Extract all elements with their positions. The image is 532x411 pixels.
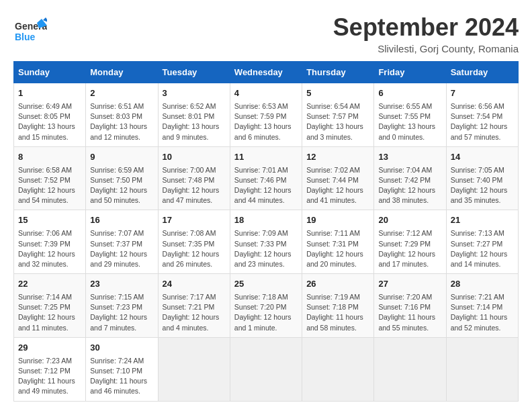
- day-info-line: Sunrise: 6:49 AM: [18, 101, 81, 111]
- calendar-cell: 1Sunrise: 6:49 AMSunset: 8:05 PMDaylight…: [14, 83, 86, 147]
- day-info-line: Sunset: 7:25 PM: [18, 302, 81, 312]
- day-number: 8: [18, 151, 81, 164]
- day-number: 30: [90, 342, 153, 355]
- day-info-line: Daylight: 12 hours: [163, 312, 226, 322]
- day-info-line: and 41 minutes.: [306, 195, 369, 205]
- day-info-line: and 4 minutes.: [163, 323, 226, 333]
- day-info-line: Daylight: 12 hours: [451, 249, 514, 259]
- day-info-line: Sunrise: 7:17 AM: [163, 292, 226, 302]
- day-number: 11: [234, 151, 298, 164]
- day-info-line: Sunset: 7:40 PM: [451, 175, 514, 185]
- day-info-line: Daylight: 12 hours: [90, 185, 153, 195]
- day-number: 22: [18, 278, 81, 291]
- day-info-line: Daylight: 12 hours: [18, 312, 81, 322]
- day-info-line: Daylight: 12 hours: [234, 312, 298, 322]
- day-info-line: and 55 minutes.: [378, 323, 441, 333]
- day-info-line: and 44 minutes.: [234, 195, 298, 205]
- calendar-cell: 18Sunrise: 7:09 AMSunset: 7:33 PMDayligh…: [230, 210, 302, 274]
- calendar-cell: 19Sunrise: 7:11 AMSunset: 7:31 PMDayligh…: [302, 210, 374, 274]
- day-number: 24: [163, 278, 226, 291]
- weekday-header-tuesday: Tuesday: [158, 62, 230, 83]
- day-number: 1: [18, 87, 81, 100]
- day-info-line: and 50 minutes.: [90, 195, 153, 205]
- day-info-line: and 32 minutes.: [18, 259, 81, 269]
- day-info-line: Daylight: 11 hours: [378, 312, 441, 322]
- calendar-cell: 21Sunrise: 7:13 AMSunset: 7:27 PMDayligh…: [446, 210, 518, 274]
- calendar-cell: 10Sunrise: 7:00 AMSunset: 7:48 PMDayligh…: [158, 146, 230, 210]
- day-info-line: Sunrise: 7:07 AM: [90, 228, 153, 238]
- day-info-line: Daylight: 13 hours: [90, 122, 153, 132]
- day-number: 18: [234, 214, 298, 227]
- day-number: 3: [163, 87, 226, 100]
- day-info-line: Sunrise: 7:13 AM: [451, 228, 514, 238]
- day-info-line: and 52 minutes.: [451, 323, 514, 333]
- day-info-line: Daylight: 12 hours: [234, 185, 298, 195]
- day-info-line: Sunset: 7:18 PM: [306, 302, 369, 312]
- calendar-cell: 13Sunrise: 7:04 AMSunset: 7:42 PMDayligh…: [374, 146, 446, 210]
- day-info-line: and 54 minutes.: [18, 195, 81, 205]
- day-info-line: Sunset: 7:16 PM: [378, 302, 441, 312]
- day-info-line: Sunset: 7:12 PM: [18, 366, 81, 376]
- day-info-line: Daylight: 11 hours: [18, 376, 81, 386]
- day-info-line: Sunrise: 7:01 AM: [234, 165, 298, 175]
- day-info-line: and 7 minutes.: [90, 323, 153, 333]
- day-number: 16: [90, 214, 153, 227]
- day-info-line: and 14 minutes.: [451, 259, 514, 269]
- day-info-line: and 47 minutes.: [163, 195, 226, 205]
- day-info-line: Sunrise: 6:58 AM: [18, 165, 81, 175]
- day-info-line: and 29 minutes.: [90, 259, 153, 269]
- day-info-line: and 26 minutes.: [163, 259, 226, 269]
- month-title: September 2024: [333, 13, 519, 42]
- day-info-line: Daylight: 12 hours: [90, 312, 153, 322]
- day-info-line: Sunset: 7:48 PM: [163, 175, 226, 185]
- day-info-line: Sunset: 7:37 PM: [90, 239, 153, 249]
- day-info-line: Sunrise: 7:00 AM: [163, 165, 226, 175]
- day-info-line: Sunset: 7:57 PM: [306, 111, 369, 122]
- calendar-cell: [230, 337, 302, 401]
- day-info-line: Daylight: 12 hours: [378, 185, 441, 195]
- title-block: September 2024 Slivilesti, Gorj County, …: [333, 13, 519, 54]
- logo: General Blue: [13, 13, 47, 50]
- calendar-cell: 22Sunrise: 7:14 AMSunset: 7:25 PMDayligh…: [14, 274, 86, 338]
- day-info-line: Sunrise: 7:23 AM: [18, 356, 81, 366]
- day-info-line: Daylight: 11 hours: [90, 376, 153, 386]
- day-number: 13: [378, 151, 441, 164]
- day-number: 2: [90, 87, 153, 100]
- day-info-line: Sunrise: 7:20 AM: [378, 292, 441, 302]
- calendar-cell: 11Sunrise: 7:01 AMSunset: 7:46 PMDayligh…: [230, 146, 302, 210]
- day-info-line: Sunset: 7:27 PM: [451, 239, 514, 249]
- calendar-week-1: 1Sunrise: 6:49 AMSunset: 8:05 PMDaylight…: [14, 83, 519, 147]
- calendar-cell: 20Sunrise: 7:12 AMSunset: 7:29 PMDayligh…: [374, 210, 446, 274]
- calendar-cell: 28Sunrise: 7:21 AMSunset: 7:14 PMDayligh…: [446, 274, 518, 338]
- calendar-week-4: 22Sunrise: 7:14 AMSunset: 7:25 PMDayligh…: [14, 274, 519, 338]
- calendar-cell: [158, 337, 230, 401]
- day-info-line: Sunrise: 7:02 AM: [306, 165, 369, 175]
- day-info-line: Sunrise: 6:59 AM: [90, 165, 153, 175]
- day-info-line: Sunset: 7:50 PM: [90, 175, 153, 185]
- day-info-line: Sunrise: 6:52 AM: [163, 101, 226, 111]
- calendar-week-5: 29Sunrise: 7:23 AMSunset: 7:12 PMDayligh…: [14, 337, 519, 401]
- day-number: 25: [234, 278, 298, 291]
- calendar-cell: [302, 337, 374, 401]
- calendar-header-row: SundayMondayTuesdayWednesdayThursdayFrid…: [14, 62, 519, 83]
- day-number: 17: [163, 214, 226, 227]
- day-info-line: Daylight: 12 hours: [18, 249, 81, 259]
- calendar-cell: 23Sunrise: 7:15 AMSunset: 7:23 PMDayligh…: [86, 274, 158, 338]
- day-info-line: Daylight: 12 hours: [451, 185, 514, 195]
- day-info-line: Sunrise: 7:04 AM: [378, 165, 441, 175]
- day-info-line: Sunset: 7:42 PM: [378, 175, 441, 185]
- day-number: 23: [90, 278, 153, 291]
- day-info-line: Sunset: 8:05 PM: [18, 111, 81, 122]
- day-number: 9: [90, 151, 153, 164]
- day-info-line: Daylight: 11 hours: [306, 312, 369, 322]
- day-info-line: Daylight: 13 hours: [378, 122, 441, 132]
- day-info-line: Daylight: 12 hours: [306, 249, 369, 259]
- day-info-line: Sunrise: 6:53 AM: [234, 101, 298, 111]
- day-info-line: and 57 minutes.: [451, 132, 514, 142]
- day-info-line: Daylight: 12 hours: [163, 185, 226, 195]
- day-number: 7: [451, 87, 514, 100]
- day-info-line: Sunset: 7:35 PM: [163, 239, 226, 249]
- calendar-week-3: 15Sunrise: 7:06 AMSunset: 7:39 PMDayligh…: [14, 210, 519, 274]
- day-info-line: Sunset: 7:33 PM: [234, 239, 298, 249]
- day-info-line: Sunset: 7:20 PM: [234, 302, 298, 312]
